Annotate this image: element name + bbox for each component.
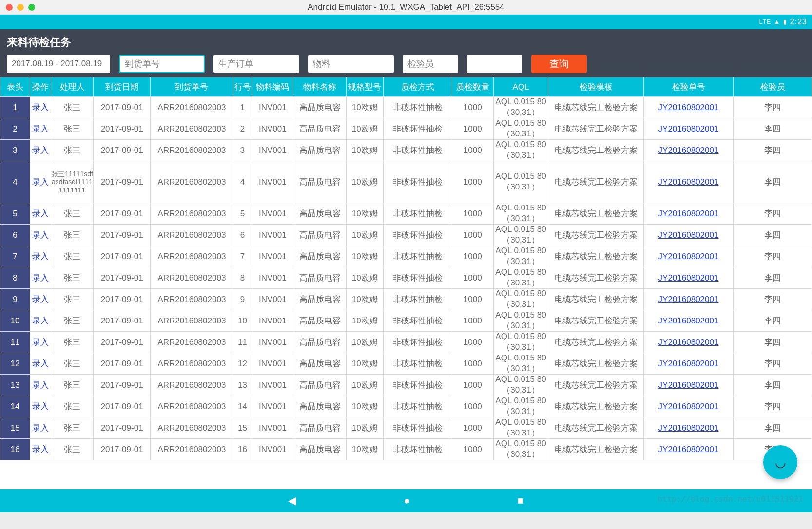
cell-op[interactable]: 录入: [30, 396, 51, 417]
table-row[interactable]: 14录入张三2017-09-01ARR2016080200314INV001高品…: [0, 396, 812, 417]
cell-ino[interactable]: JY20160802001: [643, 289, 734, 310]
th-date: 到货日期: [94, 77, 151, 97]
cell-handler: 张三: [51, 353, 94, 375]
cell-index: 5: [0, 203, 30, 225]
cell-handler: 张三: [51, 97, 94, 118]
th-mcode: 物料编码: [252, 77, 293, 97]
cell-lineno: 4: [233, 161, 252, 203]
cell-ino[interactable]: JY20160802001: [643, 375, 734, 396]
cell-op[interactable]: 录入: [30, 332, 51, 353]
cell-lineno: 15: [233, 417, 252, 439]
cell-aql: AQL 0.015 80（30,31）: [493, 396, 548, 417]
cell-tpl: 电缆芯线完工检验方案: [548, 417, 643, 439]
table-row[interactable]: 5录入张三2017-09-01ARR201608020035INV001高品质电…: [0, 203, 812, 225]
cell-ins: 李四: [734, 375, 812, 396]
table-row[interactable]: 7录入张三2017-09-01ARR201608020037INV001高品质电…: [0, 246, 812, 267]
cell-mname: 高品质电容: [293, 161, 347, 203]
cell-ino[interactable]: JY20160802001: [643, 267, 734, 289]
cell-spec: 10欧姆: [346, 375, 383, 396]
nav-recent-icon[interactable]: ■: [518, 494, 524, 507]
cell-date: 2017-09-01: [94, 97, 151, 118]
cell-handler: 张三: [51, 310, 94, 332]
cell-ino[interactable]: JY20160802001: [643, 203, 734, 225]
cell-ino[interactable]: JY20160802001: [643, 118, 734, 140]
cell-ino[interactable]: JY20160802001: [643, 140, 734, 161]
cell-date: 2017-09-01: [94, 140, 151, 161]
refresh-fab[interactable]: ◡: [763, 445, 797, 479]
material-input[interactable]: [308, 55, 394, 73]
cell-op[interactable]: 录入: [30, 97, 51, 118]
cell-ino[interactable]: JY20160802001: [643, 161, 734, 203]
table-row[interactable]: 9录入张三2017-09-01ARR201608020039INV001高品质电…: [0, 289, 812, 310]
table-row[interactable]: 1录入张三2017-09-01ARR201608020031INV001高品质电…: [0, 97, 812, 118]
cell-date: 2017-09-01: [94, 396, 151, 417]
nav-back-icon[interactable]: ◀: [288, 494, 296, 507]
cell-op[interactable]: 录入: [30, 375, 51, 396]
nav-home-icon[interactable]: ●: [404, 494, 410, 507]
cell-op[interactable]: 录入: [30, 439, 51, 460]
table-row[interactable]: 12录入张三2017-09-01ARR2016080200312INV001高品…: [0, 353, 812, 375]
cell-index: 15: [0, 417, 30, 439]
cell-ino[interactable]: JY20160802001: [643, 310, 734, 332]
cell-op[interactable]: 录入: [30, 353, 51, 375]
cell-qc: 非破坏性抽检: [383, 118, 452, 140]
cell-ino[interactable]: JY20160802001: [643, 246, 734, 267]
cell-tpl: 电缆芯线完工检验方案: [548, 97, 643, 118]
cell-ins: 李四: [734, 246, 812, 267]
table-row[interactable]: 10录入张三2017-09-01ARR2016080200310INV001高品…: [0, 310, 812, 332]
table-row[interactable]: 13录入张三2017-09-01ARR2016080200313INV001高品…: [0, 375, 812, 396]
cell-op[interactable]: 录入: [30, 161, 51, 203]
extra-input[interactable]: [467, 55, 522, 73]
cell-op[interactable]: 录入: [30, 246, 51, 267]
cell-tpl: 电缆芯线完工检验方案: [548, 310, 643, 332]
cell-ins: 李四: [734, 332, 812, 353]
cell-spec: 10欧姆: [346, 97, 383, 118]
cell-index: 2: [0, 118, 30, 140]
cell-arrno: ARR20160802003: [151, 97, 233, 118]
inspection-link: JY20160802001: [658, 359, 719, 368]
cell-op[interactable]: 录入: [30, 289, 51, 310]
cell-date: 2017-09-01: [94, 118, 151, 140]
production-order-input[interactable]: [213, 55, 299, 73]
table-row[interactable]: 6录入张三2017-09-01ARR201608020036INV001高品质电…: [0, 225, 812, 246]
cell-mname: 高品质电容: [293, 267, 347, 289]
date-range-input[interactable]: [7, 55, 110, 73]
inspection-link: JY20160802001: [658, 103, 719, 112]
arrival-no-input[interactable]: [119, 55, 205, 73]
cell-op[interactable]: 录入: [30, 225, 51, 246]
cell-op[interactable]: 录入: [30, 203, 51, 225]
table-row[interactable]: 4录入张三11111sdfasdfasdf111111111112017-09-…: [0, 161, 812, 203]
cell-ino[interactable]: JY20160802001: [643, 225, 734, 246]
cell-qty: 1000: [452, 246, 493, 267]
page-title: 来料待检任务: [7, 35, 805, 50]
cell-ino[interactable]: JY20160802001: [643, 417, 734, 439]
cell-tpl: 电缆芯线完工检验方案: [548, 118, 643, 140]
cell-op[interactable]: 录入: [30, 118, 51, 140]
table-row[interactable]: 16录入张三2017-09-01ARR2016080200316INV001高品…: [0, 439, 812, 460]
cell-tpl: 电缆芯线完工检验方案: [548, 289, 643, 310]
cell-date: 2017-09-01: [94, 439, 151, 460]
inspector-input[interactable]: [403, 55, 458, 73]
th-spec: 规格型号: [346, 77, 383, 97]
cell-op[interactable]: 录入: [30, 417, 51, 439]
cell-ino[interactable]: JY20160802001: [643, 332, 734, 353]
cell-op[interactable]: 录入: [30, 310, 51, 332]
cell-op[interactable]: 录入: [30, 140, 51, 161]
table-row[interactable]: 11录入张三2017-09-01ARR2016080200311INV001高品…: [0, 332, 812, 353]
cell-ino[interactable]: JY20160802001: [643, 439, 734, 460]
table-row[interactable]: 15录入张三2017-09-01ARR2016080200315INV001高品…: [0, 417, 812, 439]
cell-ino[interactable]: JY20160802001: [643, 396, 734, 417]
inspection-link: JY20160802001: [658, 316, 719, 325]
signal-icon: ▲: [774, 19, 780, 25]
query-button[interactable]: 查询: [531, 55, 587, 73]
table-row[interactable]: 3录入张三2017-09-01ARR201608020033INV001高品质电…: [0, 140, 812, 161]
th-handler: 处理人: [51, 77, 94, 97]
cell-tpl: 电缆芯线完工检验方案: [548, 161, 643, 203]
cell-op[interactable]: 录入: [30, 267, 51, 289]
table-row[interactable]: 2录入张三2017-09-01ARR201608020032INV001高品质电…: [0, 118, 812, 140]
cell-lineno: 8: [233, 267, 252, 289]
cell-ino[interactable]: JY20160802001: [643, 97, 734, 118]
cell-aql: AQL 0.015 80（30,31）: [493, 203, 548, 225]
cell-ino[interactable]: JY20160802001: [643, 353, 734, 375]
table-row[interactable]: 8录入张三2017-09-01ARR201608020038INV001高品质电…: [0, 267, 812, 289]
